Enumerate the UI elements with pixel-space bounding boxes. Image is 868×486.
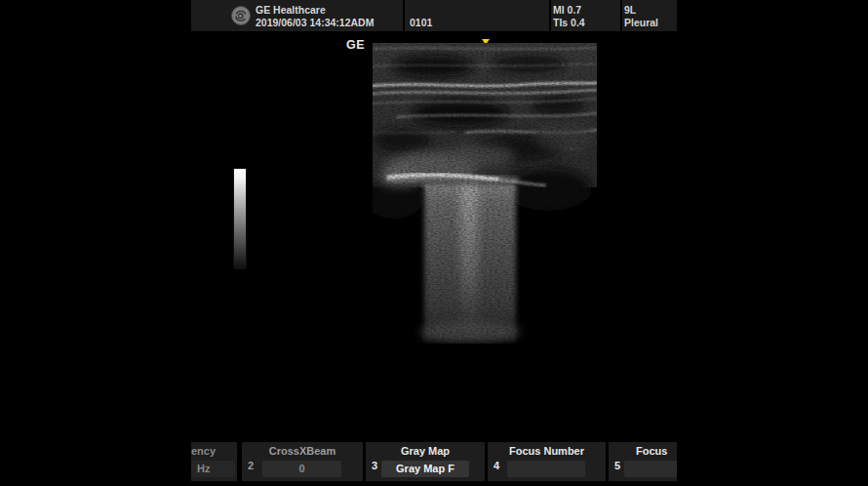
control-panel-gray-map[interactable]: 3 Gray Map Gray Map F [366, 442, 485, 481]
probe-label: 9L [624, 4, 636, 16]
ultrasound-image [373, 43, 597, 344]
softkey-number-2: 2 [248, 460, 254, 471]
focus-number-label: Focus Number [488, 445, 606, 457]
focus-value[interactable] [624, 461, 677, 477]
speckle-noise-overlay [373, 43, 597, 344]
control-panel-focus[interactable]: 5 Focus [609, 442, 677, 481]
gray-map-label: Gray Map [366, 445, 485, 457]
header-divider [620, 0, 622, 31]
control-panel-frequency[interactable]: ency Hz [191, 442, 237, 481]
focus-label: Focus [636, 445, 667, 457]
vendor-watermark: GE [346, 38, 365, 52]
tis-index-label: TIs 0.4 [553, 17, 585, 28]
gray-map-value[interactable]: Gray Map F [381, 461, 469, 477]
focus-number-value[interactable] [507, 461, 585, 477]
softkey-number-4: 4 [493, 460, 499, 471]
exam-id-label: 0101 [410, 17, 432, 28]
header-divider [549, 0, 551, 31]
header-divider [403, 0, 405, 31]
ultrasound-display: GE Healthcare 2019/06/03 14:34:12ADM 010… [0, 0, 868, 486]
softkey-bar: ency Hz 2 CrossXBeam 0 3 Gray Map Gray M… [191, 442, 677, 481]
softkey-number-5: 5 [614, 460, 620, 471]
grayscale-reference-bar [234, 169, 246, 268]
crossxbeam-label: CrossXBeam [242, 445, 363, 457]
frequency-label: ency [191, 445, 237, 457]
header-bar: GE Healthcare 2019/06/03 14:34:12ADM 010… [191, 0, 677, 31]
datetime-label: 2019/06/03 14:34:12ADM [256, 17, 374, 28]
frequency-value[interactable]: Hz [191, 461, 235, 477]
control-panel-focus-number[interactable]: 4 Focus Number [488, 442, 606, 481]
control-panel-crossxbeam[interactable]: 2 CrossXBeam 0 [242, 442, 363, 481]
preset-label: Pleural [624, 17, 658, 28]
brand-label: GE Healthcare [256, 4, 326, 16]
crossxbeam-value[interactable]: 0 [262, 461, 341, 477]
ge-logo-icon [231, 6, 251, 25]
mi-index-label: MI 0.7 [553, 4, 581, 16]
softkey-number-3: 3 [372, 460, 377, 471]
scan-screen: GE Healthcare 2019/06/03 14:34:12ADM 010… [191, 0, 677, 486]
